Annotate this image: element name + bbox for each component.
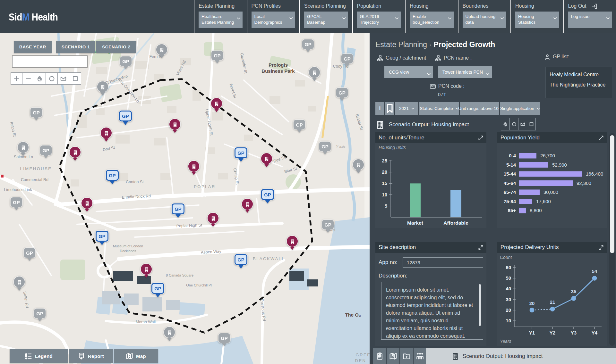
gp-practice-pin-inactive[interactable]: GP xyxy=(319,142,331,154)
nav-menu-select[interactable]: Enable bou_selection xyxy=(410,12,454,28)
housing-site-pin-inactive[interactable] xyxy=(14,277,25,291)
gp-practice-pin-inactive[interactable]: GP xyxy=(322,220,334,233)
gp-list-item[interactable]: Healy Medical Centre xyxy=(550,70,608,80)
info-button[interactable]: i xyxy=(375,102,384,115)
footer-folder-plus-button[interactable] xyxy=(400,348,413,364)
logout-label[interactable]: Log Out xyxy=(568,3,612,9)
nav-menu-select[interactable]: Housing Statistics xyxy=(515,12,559,28)
search-input[interactable] xyxy=(12,55,88,68)
circle-select-button[interactable] xyxy=(46,72,58,85)
description-textarea[interactable]: Lorem ipsum dolor sit amet, consectetur … xyxy=(381,282,483,340)
gp-practice-pin-inactive[interactable]: GP xyxy=(30,108,42,120)
housing-site-pin[interactable] xyxy=(242,199,253,213)
gp-practice-pin-inactive[interactable]: GP xyxy=(120,56,132,69)
scenario-tab-scenario-1[interactable]: SCENARIO 1 xyxy=(56,41,95,53)
gp-list-item[interactable]: The Nightingale Practice xyxy=(550,80,608,90)
housing-site-pin-inactive[interactable] xyxy=(97,81,108,95)
map-button[interactable]: Map xyxy=(114,349,158,363)
footer-map-button[interactable] xyxy=(387,348,399,364)
nav-menu-select[interactable]: Upload housing data xyxy=(463,12,507,28)
rect-select-button[interactable] xyxy=(527,118,536,130)
gp-practice-pin[interactable]: GP xyxy=(235,147,247,162)
map-label: The O₂ xyxy=(345,312,361,318)
status-select[interactable]: Status: Complete xyxy=(419,102,459,115)
housing-site-pin-inactive[interactable] xyxy=(156,44,167,58)
report-button[interactable]: Report xyxy=(69,349,113,363)
housing-site-pin[interactable] xyxy=(211,98,222,112)
gp-practice-pin-inactive[interactable]: GP xyxy=(24,248,35,261)
housing-site-pin[interactable] xyxy=(287,236,298,250)
card-title: Site description xyxy=(379,244,416,251)
housing-site-pin-inactive[interactable] xyxy=(309,67,320,81)
gp-practice-pin-inactive[interactable]: GP xyxy=(218,333,230,346)
gp-practice-pin-inactive[interactable]: GP xyxy=(34,309,46,321)
nav-menu-select[interactable]: GLA 2016 Trajectory xyxy=(357,12,401,28)
nav-menu-select[interactable]: GPCAL Basemap xyxy=(304,12,348,28)
population-bar-chart: 0-426,7005-1452,90015-44166,40045-6492,3… xyxy=(497,143,607,228)
svg-text:25: 25 xyxy=(382,158,387,163)
pcn-code-value: 07T xyxy=(438,92,446,97)
scenario-tab-scenario-2[interactable]: SCENARIO 2 xyxy=(96,41,136,53)
polygon-select-button[interactable] xyxy=(57,72,70,85)
app-no-input[interactable] xyxy=(403,257,483,268)
rect-select-button[interactable] xyxy=(69,72,81,85)
expand-icon[interactable] xyxy=(599,244,603,251)
gp-practice-pin[interactable]: GP xyxy=(96,231,108,245)
gp-practice-pin[interactable]: GP xyxy=(261,189,274,203)
description-scrollbar[interactable] xyxy=(479,284,481,326)
gp-practice-pin-inactive[interactable]: GP xyxy=(302,39,314,52)
unit-range-select[interactable]: Unit range: above 10 xyxy=(460,102,499,115)
map-canvas[interactable]: Fern StGillender StViolet RdSt Paul's Wa… xyxy=(0,0,370,364)
log-issue-select[interactable]: Log issue xyxy=(568,12,612,28)
gp-practice-pin-inactive[interactable]: GP xyxy=(341,54,353,67)
gp-practice-pin[interactable]: GP xyxy=(151,283,164,297)
gp-practice-pin-inactive[interactable]: GP xyxy=(294,120,305,133)
bookmark-button[interactable] xyxy=(385,102,394,115)
year-select[interactable]: 2021 xyxy=(395,102,418,115)
gp-practice-pin-inactive[interactable]: GP xyxy=(211,51,223,63)
pan-button[interactable] xyxy=(34,72,46,85)
card-population-yield: Population Yield 0-426,7005-1452,90015-4… xyxy=(497,132,607,228)
footer-clipboard-button[interactable] xyxy=(373,348,386,364)
housing-site-pin[interactable] xyxy=(261,153,272,167)
chevron-down-icon xyxy=(486,71,489,76)
nav-menu-select[interactable]: Local Demographics xyxy=(252,12,295,28)
zoom-out-button[interactable] xyxy=(22,72,34,85)
housing-site-pin-inactive[interactable] xyxy=(18,142,29,156)
pan-button[interactable] xyxy=(501,118,510,130)
pcn-name-select[interactable]: Tower Hamlets PCN xyxy=(438,66,492,78)
gp-practice-pin[interactable]: GP xyxy=(106,170,119,184)
housing-site-pin[interactable] xyxy=(101,128,112,142)
expand-icon[interactable] xyxy=(599,135,603,141)
housing-site-pin[interactable] xyxy=(81,198,92,212)
legend-button[interactable]: Legend xyxy=(10,349,68,363)
nav-menu-select[interactable]: Healthcare Estates Planning xyxy=(199,12,243,28)
report-icon xyxy=(78,353,85,360)
gp-practice-pin-inactive[interactable]: GP xyxy=(11,197,22,210)
gp-practice-pin[interactable]: GP xyxy=(235,254,247,269)
zoom-in-button[interactable] xyxy=(11,72,23,85)
panel-scrollbar-thumb[interactable] xyxy=(610,135,614,253)
gp-practice-pin-inactive[interactable]: GP xyxy=(40,145,52,158)
circle-select-button[interactable] xyxy=(509,118,518,130)
doctor-icon xyxy=(544,54,550,60)
gp-practice-pin-inactive[interactable]: GP xyxy=(336,88,348,101)
gp-list[interactable]: Healy Medical CentreThe Nightingale Prac… xyxy=(545,67,612,98)
application-select[interactable]: Single application xyxy=(500,102,540,115)
expand-icon[interactable] xyxy=(478,244,483,251)
scenario-tab-base-year[interactable]: BASE YEAR xyxy=(14,41,52,53)
housing-site-pin-inactive[interactable] xyxy=(164,327,175,341)
geog-catchment-select[interactable]: CCG view xyxy=(384,66,433,78)
housing-site-pin[interactable] xyxy=(188,161,199,175)
housing-site-pin[interactable] xyxy=(70,147,81,161)
housing-site-pin-inactive[interactable] xyxy=(353,159,364,173)
gp-practice-pin[interactable]: GP xyxy=(172,203,184,218)
expand-icon[interactable] xyxy=(478,135,483,141)
polygon-select-button[interactable] xyxy=(518,118,527,130)
sitemap-icon xyxy=(377,55,383,61)
gp-practice-pin[interactable]: GP xyxy=(119,111,132,125)
footer-crowd-button[interactable] xyxy=(414,348,426,364)
housing-site-pin[interactable] xyxy=(208,213,218,227)
housing-site-pin[interactable] xyxy=(141,264,152,278)
housing-site-pin[interactable] xyxy=(169,119,180,133)
